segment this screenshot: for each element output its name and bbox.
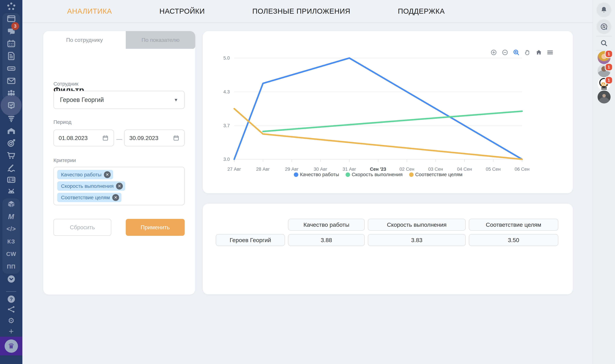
cw-label: CW: [6, 251, 16, 257]
monitor-check-icon: [6, 100, 16, 110]
sidebar-item-tasks-active[interactable]: [0, 99, 22, 112]
x-axis-tick: 04 Сен: [457, 167, 472, 172]
date-to-value: 30.09.2023: [129, 135, 158, 141]
table-row-employee: Героев Георгий: [216, 234, 285, 246]
sidebar-item-drive[interactable]: [0, 62, 22, 74]
m-logo-icon: M: [8, 213, 14, 221]
x-axis-tick: 27 Авг: [227, 167, 241, 172]
remove-chip-icon[interactable]: ✕: [112, 194, 119, 201]
funnel-icon: [6, 113, 16, 124]
sidebar-item-dev-app[interactable]: </>: [0, 223, 22, 235]
legend-label: Скорость выполнения: [352, 172, 403, 177]
left-sidebar: 3: [0, 0, 22, 364]
sidebar-item-cube-app[interactable]: [0, 198, 22, 210]
unread-badge: 1: [605, 50, 613, 58]
remove-chip-icon[interactable]: ✕: [116, 183, 123, 190]
criteria-chip: Качество работы ✕: [57, 170, 113, 179]
criteria-multiselect[interactable]: Качество работы ✕ Скорость выполнения ✕ …: [53, 167, 185, 205]
target-arrow-icon: [6, 138, 16, 148]
sidebar-item-k3-app[interactable]: КЗ: [0, 235, 22, 247]
tab-by-indicator[interactable]: По показателю: [126, 31, 195, 49]
bell-icon: [600, 5, 608, 14]
nav-useful-apps[interactable]: ПОЛЕЗНЫЕ ПРИЛОЖЕНИЯ: [252, 7, 350, 15]
sidebar-item-warehouse[interactable]: [0, 125, 22, 137]
document-icon: [6, 51, 16, 61]
remove-chip-icon[interactable]: ✕: [104, 171, 111, 178]
notifications-button[interactable]: [597, 2, 611, 17]
chip-label: Скорость выполнения: [61, 183, 114, 189]
share-network-icon: [6, 304, 16, 314]
bulb-base: [601, 89, 607, 90]
unread-badge: 1: [605, 76, 613, 84]
nav-analytics[interactable]: АНАЛИТИКА: [67, 7, 112, 15]
sidebar-item-calendar[interactable]: [0, 38, 22, 50]
svg-text:?: ?: [10, 296, 13, 302]
legend-item-speed[interactable]: Скорость выполнения: [346, 172, 403, 177]
chart-line-0: [234, 58, 522, 159]
sidebar-item-shop[interactable]: [0, 149, 22, 161]
x-axis-tick: 03 Сен: [428, 167, 443, 172]
crown-icon: ♛: [5, 339, 18, 353]
legend-item-quality[interactable]: Качество работы: [294, 172, 339, 177]
tab-by-employee[interactable]: По сотруднику: [43, 31, 126, 49]
nav-settings[interactable]: НАСТРОЙКИ: [159, 7, 205, 15]
sidebar-item-employees[interactable]: [0, 87, 22, 99]
criteria-chip: Скорость выполнения ✕: [57, 181, 125, 191]
filter-panel: По сотруднику По показателю Фильтр Сотру…: [43, 31, 195, 295]
sidebar-item-idcard[interactable]: [0, 174, 22, 186]
apply-button[interactable]: Применить: [126, 219, 185, 236]
reset-button[interactable]: Сбросить: [53, 219, 111, 236]
sidebar-item-mobile-app[interactable]: [0, 186, 22, 198]
sidebar-item-crm-filter[interactable]: [0, 112, 22, 125]
chart-legend: Качество работы Скорость выполнения Соот…: [234, 172, 522, 177]
x-axis-tick: 05 Сен: [486, 167, 501, 172]
legend-marker: [294, 172, 298, 177]
x-axis-tick: 30 Авг: [314, 167, 327, 172]
sidebar-item-m-app[interactable]: M: [0, 210, 22, 223]
sidebar-item-premium[interactable]: ♛: [0, 337, 22, 355]
sidebar-item-expand[interactable]: [0, 273, 22, 285]
dots-ring-logo-icon: [6, 2, 16, 12]
date-to-input[interactable]: 30.09.2023: [124, 130, 185, 146]
sidebar-item-share[interactable]: [0, 303, 22, 315]
employee-select[interactable]: Героев Георгий ▼: [53, 91, 185, 109]
legend-item-goals[interactable]: Соответствие целям: [409, 172, 463, 177]
drive-icon: [6, 63, 16, 73]
period-label: Период: [53, 119, 71, 125]
avatar-contact-4[interactable]: [598, 91, 611, 104]
sidebar-item-logo[interactable]: [0, 1, 22, 13]
sidebar-item-sign[interactable]: [0, 161, 22, 174]
nav-support[interactable]: ПОДДЕРЖКА: [398, 7, 445, 15]
sidebar-item-add[interactable]: +: [0, 325, 22, 337]
date-from-input[interactable]: 01.08.2023: [53, 130, 114, 146]
calendar-icon: [102, 134, 109, 141]
top-navigation: АНАЛИТИКА НАСТРОЙКИ ПОЛЕЗНЫЕ ПРИЛОЖЕНИЯ …: [22, 0, 593, 23]
sidebar-item-site[interactable]: [0, 13, 22, 25]
sidebar-item-pp-app[interactable]: ПП: [0, 260, 22, 273]
sidebar-item-mail[interactable]: [0, 75, 22, 87]
y-axis-tick: 4.3: [206, 89, 230, 95]
chat-transfer-icon: [600, 22, 608, 31]
search-icon: [600, 39, 608, 48]
table-header-speed: Скорость выполнения: [368, 219, 466, 231]
chip-label: Качество работы: [61, 172, 101, 178]
plus-icon: +: [9, 327, 14, 336]
sidebar-item-goals[interactable]: [0, 137, 22, 149]
y-axis-tick: 5.0: [206, 55, 230, 61]
y-axis-tick: 3.7: [206, 123, 230, 128]
search-button[interactable]: [600, 39, 608, 48]
sidebar-item-chat[interactable]: [0, 25, 22, 38]
sidebar-divider: [596, 36, 612, 36]
cube-icon: [6, 199, 16, 209]
people-icon: [6, 88, 16, 98]
sidebar-item-cw-app[interactable]: CW: [0, 248, 22, 260]
y-axis-tick: 3.0: [206, 157, 230, 162]
sidebar-item-documents[interactable]: [0, 50, 22, 62]
messenger-button[interactable]: [597, 19, 611, 34]
table-value-goals: 3.50: [469, 234, 558, 246]
x-axis-tick: 06 Сен: [515, 167, 530, 172]
code-icon: </>: [6, 225, 16, 233]
chart-line-1: [263, 111, 522, 131]
calendar-icon: [6, 39, 16, 49]
employee-label: Сотрудник: [53, 81, 79, 87]
